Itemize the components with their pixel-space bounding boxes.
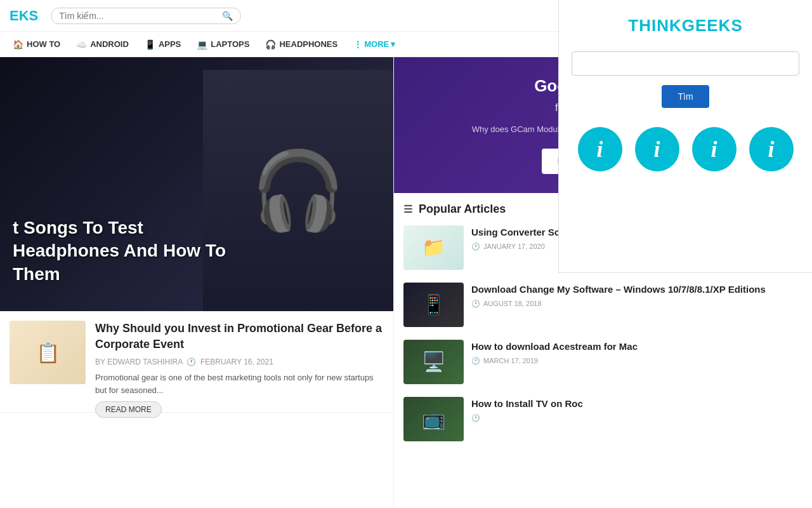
article-title: Why Should you Invest in Promotional Gea… [95, 321, 384, 352]
popular-article-2: 📱 Download Change My Software – Windows … [403, 283, 802, 327]
search-icon[interactable]: 🔍 [222, 11, 233, 21]
popular-article-3: 🖥️ How to download Acestream for Mac 🕐 M… [403, 340, 802, 384]
nav-label-apps: APPS [159, 39, 181, 49]
overlay-icons-row: i i i i [578, 127, 794, 171]
overlay-panel: THINKGEEKS Tìm i i i i [558, 0, 812, 273]
article-excerpt: Promotional gear is one of the best mark… [95, 371, 384, 396]
info-icon-4[interactable]: i [749, 127, 794, 171]
popular-thumb-4: 📺 [403, 397, 464, 441]
thumb-image-3: 🖥️ [403, 340, 464, 384]
popular-content-2: Download Change My Software – Windows 10… [471, 283, 802, 308]
nav-label-howto: HOW TO [27, 39, 60, 49]
laptops-icon: 💻 [197, 39, 207, 50]
overlay-logo: THINKGEEKS [628, 16, 742, 36]
home-icon: 🏠 [13, 39, 23, 50]
chevron-down-icon: ▾ [391, 39, 395, 49]
android-icon: ☁️ [76, 39, 87, 50]
popular-content-3: How to download Acestream for Mac 🕐 MARC… [471, 340, 802, 365]
popular-date-text-1: JANUARY 17, 2020 [483, 243, 545, 250]
article-thumbnail: 📋 [10, 321, 86, 384]
article-date: FEBRUARY 16, 2021 [200, 358, 273, 366]
list-icon: ☰ [403, 203, 412, 215]
featured-article: 📋 Why Should you Invest in Promotional G… [0, 311, 393, 413]
thumbnail-image: 📋 [10, 321, 86, 384]
popular-date-2: 🕐 AUGUST 18, 2018 [471, 300, 802, 308]
info-icon-1[interactable]: i [578, 127, 622, 171]
popular-thumb-1: 📁 [403, 225, 464, 270]
nav-label-headphones: HEADPHONES [279, 39, 337, 49]
info-icon-2[interactable]: i [635, 127, 679, 171]
nav-label-android: ANDROID [90, 39, 129, 49]
nav-item-apps[interactable]: 📱 APPS [138, 34, 187, 55]
site-logo[interactable]: EKS [10, 8, 38, 24]
nav-label-laptops: LAPTOPS [211, 39, 249, 49]
info-icon-3[interactable]: i [692, 127, 737, 171]
nav-item-headphones[interactable]: 🎧 HEADPHONES [259, 34, 344, 55]
headphones-icon: 🎧 [265, 39, 276, 50]
nav-item-howto[interactable]: 🏠 HOW TO [6, 34, 67, 55]
overlay-search-button[interactable]: Tìm [662, 85, 709, 108]
clock-icon-1: 🕐 [471, 243, 480, 251]
nav-item-more[interactable]: ⋮ MORE ▾ [347, 34, 402, 55]
popular-articles-title: Popular Articles [419, 203, 506, 216]
search-bar: 🔍 [51, 8, 241, 24]
popular-date-text-2: AUGUST 18, 2018 [483, 300, 542, 307]
popular-title-4[interactable]: How to Install TV on Roc [471, 397, 802, 410]
thumb-image-2: 📱 [403, 283, 464, 327]
more-dots-icon: ⋮ [353, 39, 362, 50]
popular-article-4: 📺 How to Install TV on Roc 🕐 [403, 397, 802, 441]
article-meta: BY EDWARD TASHIHIRA 🕐 FEBRUARY 16, 2021 [95, 358, 384, 366]
left-column: 🎧 t Songs To Test Headphones And How To … [0, 57, 393, 508]
read-more-button[interactable]: READ MORE [95, 401, 162, 418]
popular-thumb-3: 🖥️ [403, 340, 464, 384]
popular-title-2[interactable]: Download Change My Software – Windows 10… [471, 283, 802, 296]
thumb-image-1: 📁 [403, 225, 464, 270]
article-body: Why Should you Invest in Promotional Gea… [95, 321, 384, 418]
thumb-image-4: 📺 [403, 397, 464, 441]
search-input[interactable] [59, 11, 222, 21]
popular-title-3[interactable]: How to download Acestream for Mac [471, 340, 802, 353]
popular-date-text-3: MARCH 17, 2019 [483, 357, 538, 364]
clock-icon-2: 🕐 [471, 300, 480, 308]
apps-icon: 📱 [145, 39, 155, 50]
article-author: BY EDWARD TASHIHIRA [95, 358, 183, 366]
overlay-search-input[interactable] [572, 51, 799, 76]
nav-item-android[interactable]: ☁️ ANDROID [70, 34, 135, 55]
nav-label-more: MORE [364, 39, 389, 49]
popular-date-3: 🕐 MARCH 17, 2019 [471, 357, 802, 365]
nav-item-laptops[interactable]: 💻 LAPTOPS [190, 34, 256, 55]
popular-thumb-2: 📱 [403, 283, 464, 327]
clock-icon-4: 🕐 [471, 414, 480, 422]
hero-title: t Songs To Test Headphones And How To Th… [13, 217, 254, 286]
popular-date-4: 🕐 [471, 414, 802, 422]
popular-content-4: How to Install TV on Roc 🕐 [471, 397, 802, 422]
hero-section: 🎧 t Songs To Test Headphones And How To … [0, 57, 393, 311]
clock-icon-3: 🕐 [471, 357, 480, 365]
